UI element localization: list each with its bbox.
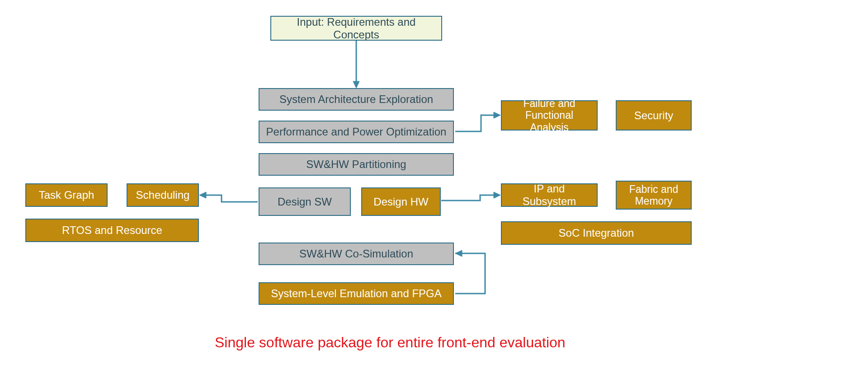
diagram-stage: Input: Requirements and Concepts System … bbox=[0, 0, 868, 383]
box-emulation: System-Level Emulation and FPGA bbox=[259, 282, 454, 305]
svg-marker-5 bbox=[455, 250, 462, 257]
svg-marker-1 bbox=[353, 81, 359, 88]
box-security: Security bbox=[616, 100, 692, 131]
svg-marker-4 bbox=[494, 192, 500, 198]
label-failure: Failure and Functional Analysis bbox=[507, 98, 591, 133]
box-soc: SoC Integration bbox=[501, 221, 692, 245]
label-part: SW&HW Partitioning bbox=[306, 158, 406, 171]
label-input: Input: Requirements and Concepts bbox=[277, 16, 436, 41]
box-scheduling: Scheduling bbox=[127, 183, 199, 207]
svg-marker-3 bbox=[199, 192, 206, 198]
caption: Single software package for entire front… bbox=[215, 334, 566, 351]
box-fabric: Fabric and Memory bbox=[616, 181, 692, 210]
label-rtos: RTOS and Resource bbox=[62, 224, 162, 237]
label-soc: SoC Integration bbox=[559, 227, 634, 239]
label-security: Security bbox=[634, 109, 674, 122]
box-input: Input: Requirements and Concepts bbox=[270, 16, 442, 41]
label-dsw: Design SW bbox=[278, 196, 332, 208]
box-arch: System Architecture Exploration bbox=[259, 88, 454, 111]
label-perf: Performance and Power Optimization bbox=[266, 126, 447, 138]
box-failure: Failure and Functional Analysis bbox=[501, 100, 598, 131]
label-taskgraph: Task Graph bbox=[39, 189, 94, 201]
box-cosim: SW&HW Co-Simulation bbox=[259, 243, 454, 265]
label-cosim: SW&HW Co-Simulation bbox=[299, 248, 413, 260]
box-rtos: RTOS and Resource bbox=[25, 219, 199, 242]
box-design-sw: Design SW bbox=[259, 187, 351, 216]
label-emul: System-Level Emulation and FPGA bbox=[271, 287, 442, 300]
label-arch: System Architecture Exploration bbox=[279, 93, 433, 106]
box-design-hw: Design HW bbox=[361, 187, 441, 216]
box-taskgraph: Task Graph bbox=[25, 183, 108, 207]
svg-marker-2 bbox=[494, 112, 500, 118]
box-perf: Performance and Power Optimization bbox=[259, 121, 454, 143]
label-dhw: Design HW bbox=[373, 196, 428, 208]
label-ipsub: IP and Subsystem bbox=[507, 182, 591, 207]
box-ip-subsystem: IP and Subsystem bbox=[501, 183, 598, 207]
box-part: SW&HW Partitioning bbox=[259, 153, 454, 176]
label-fabric: Fabric and Memory bbox=[629, 183, 679, 207]
label-sched: Scheduling bbox=[136, 189, 190, 201]
